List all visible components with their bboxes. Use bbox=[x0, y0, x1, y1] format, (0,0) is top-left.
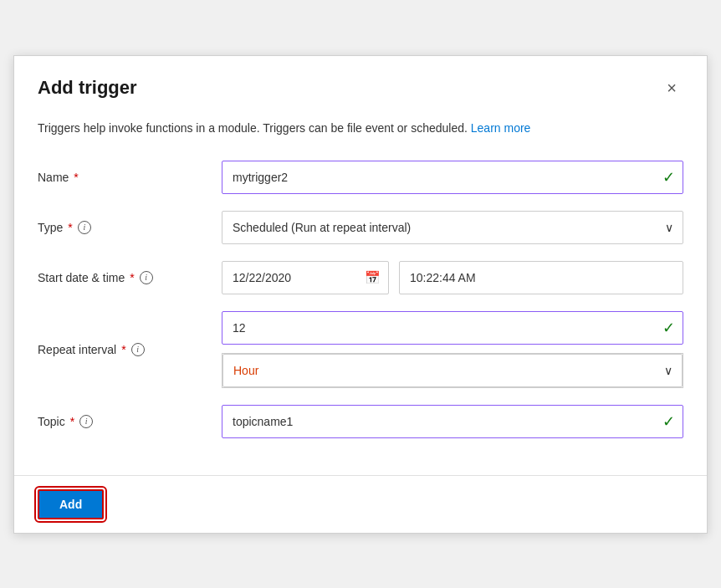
topic-row: Topic * i ✓ bbox=[38, 405, 683, 438]
dialog-header: Add trigger × bbox=[14, 56, 707, 113]
repeat-interval-row: Repeat interval * i ✓ Hour ∨ bbox=[38, 311, 683, 388]
startdatetime-control-area: 📅 bbox=[222, 261, 683, 294]
repeat-required: * bbox=[121, 343, 125, 356]
type-dropdown[interactable]: Scheduled (Run at repeat interval) bbox=[222, 211, 683, 244]
type-required: * bbox=[68, 221, 72, 234]
name-input-wrapper: ✓ bbox=[222, 161, 683, 194]
name-control-area: ✓ bbox=[222, 161, 683, 194]
time-input[interactable] bbox=[399, 261, 683, 294]
calendar-icon[interactable]: 📅 bbox=[365, 270, 381, 285]
dialog-title: Add trigger bbox=[38, 77, 137, 99]
type-control-area: Scheduled (Run at repeat interval) ∨ bbox=[222, 211, 683, 244]
name-required: * bbox=[74, 171, 78, 184]
repeat-label: Repeat interval * i bbox=[38, 343, 222, 356]
topic-control-area: ✓ bbox=[222, 405, 683, 438]
startdatetime-required: * bbox=[130, 271, 134, 284]
hour-dropdown[interactable]: Hour bbox=[222, 354, 683, 387]
add-button[interactable]: Add bbox=[38, 489, 104, 519]
type-dropdown-wrapper: Scheduled (Run at repeat interval) ∨ bbox=[222, 211, 683, 244]
startdatetime-label: Start date & time * i bbox=[38, 271, 222, 284]
topic-check-icon: ✓ bbox=[662, 412, 675, 431]
hour-dropdown-wrapper: Hour ∨ bbox=[222, 353, 683, 388]
startdatetime-info-icon[interactable]: i bbox=[140, 271, 153, 284]
repeat-info-icon[interactable]: i bbox=[131, 343, 145, 356]
topic-label: Topic * i bbox=[38, 415, 222, 428]
date-input[interactable] bbox=[222, 261, 389, 294]
type-label: Type * i bbox=[38, 221, 222, 234]
dialog-footer: Add bbox=[14, 475, 707, 533]
topic-info-icon[interactable]: i bbox=[79, 415, 93, 428]
type-row: Type * i Scheduled (Run at repeat interv… bbox=[38, 211, 683, 244]
repeat-control-area: ✓ Hour ∨ bbox=[222, 311, 683, 388]
name-check-icon: ✓ bbox=[662, 168, 675, 187]
time-input-wrapper bbox=[399, 261, 683, 294]
dialog-body: Triggers help invoke functions in a modu… bbox=[14, 113, 707, 475]
type-info-icon[interactable]: i bbox=[78, 221, 91, 234]
startdatetime-row: Start date & time * i 📅 bbox=[38, 261, 683, 294]
date-input-wrapper: 📅 bbox=[222, 261, 389, 294]
repeat-check-icon: ✓ bbox=[662, 319, 675, 337]
description-text: Triggers help invoke functions in a modu… bbox=[38, 120, 683, 137]
topic-required: * bbox=[70, 415, 74, 428]
topic-input[interactable] bbox=[222, 405, 683, 438]
name-input[interactable] bbox=[222, 161, 683, 194]
add-trigger-dialog: Add trigger × Triggers help invoke funct… bbox=[13, 55, 708, 534]
repeat-value-input[interactable] bbox=[222, 311, 683, 345]
name-label: Name * bbox=[38, 171, 222, 184]
learn-more-link[interactable]: Learn more bbox=[471, 121, 531, 135]
description-content: Triggers help invoke functions in a modu… bbox=[38, 121, 468, 135]
dialog-overlay: Add trigger × Triggers help invoke funct… bbox=[0, 0, 721, 588]
name-row: Name * ✓ bbox=[38, 161, 683, 194]
repeat-value-wrapper: ✓ bbox=[222, 311, 683, 345]
close-button[interactable]: × bbox=[660, 76, 683, 100]
topic-input-wrapper: ✓ bbox=[222, 405, 683, 438]
